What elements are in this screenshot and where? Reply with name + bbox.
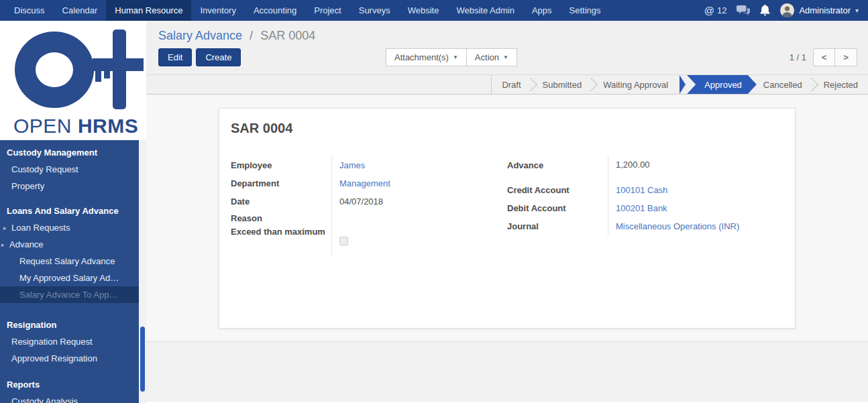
- department-label: Department: [231, 174, 331, 192]
- record-pager: 1 / 1 < >: [790, 48, 857, 66]
- chevron-down-icon: ▾: [855, 7, 859, 14]
- reason-label: Reason: [231, 211, 331, 226]
- debit-account-label: Debit Account: [507, 199, 608, 217]
- top-menu-website[interactable]: Website: [399, 0, 448, 21]
- sidebar-item-advance[interactable]: ▸ Advance: [0, 236, 139, 253]
- control-panel: Salary Advance / SAR 0004 Edit Create At…: [146, 21, 868, 74]
- notifications-bell-icon[interactable]: [760, 5, 770, 16]
- exceed-than-maximum-label: Exceed than maximum: [231, 226, 331, 255]
- sidebar-item-custody-request[interactable]: Custody Request: [0, 161, 139, 178]
- expand-caret-icon: ▸: [3, 225, 7, 231]
- status-submitted[interactable]: Submitted: [533, 75, 592, 94]
- breadcrumb-current: SAR 0004: [260, 29, 315, 42]
- status-rejected[interactable]: Rejected: [814, 75, 868, 94]
- top-navbar: Discuss Calendar Human Resource Inventor…: [0, 0, 868, 21]
- action-dropdown-button[interactable]: Action ▼: [467, 48, 517, 66]
- department-value[interactable]: Management: [331, 174, 507, 192]
- sidebar-item-request-salary-advance[interactable]: Request Salary Advance: [0, 253, 139, 270]
- mentions-counter[interactable]: @ 12: [704, 5, 727, 16]
- mention-count: 12: [717, 5, 726, 15]
- logo-text-open: OPEN: [13, 115, 72, 137]
- top-menu-calendar[interactable]: Calendar: [54, 0, 107, 21]
- sidebar-item-property[interactable]: Property: [0, 178, 139, 194]
- page-background: [146, 342, 868, 402]
- sidebar-item-label: Loan Requests: [11, 223, 70, 233]
- employee-label: Employee: [231, 156, 331, 174]
- edit-button[interactable]: Edit: [158, 48, 192, 66]
- credit-account-value[interactable]: 100101 Cash: [608, 181, 783, 199]
- status-cancelled[interactable]: Cancelled: [757, 75, 812, 94]
- sidebar-item-resignation-request[interactable]: Resignation Request: [0, 333, 139, 350]
- top-menu-discuss[interactable]: Discuss: [5, 0, 54, 21]
- avatar: [780, 3, 794, 17]
- openhrms-logo: OPEN HRMS: [0, 21, 146, 140]
- advance-label: Advance: [507, 156, 608, 181]
- logo-key-tooth-icon: [95, 71, 101, 82]
- logo-key-bar-icon: [113, 30, 126, 109]
- attachments-dropdown-button[interactable]: Attachment(s) ▼: [386, 48, 467, 66]
- user-menu[interactable]: Administrator ▾: [780, 3, 859, 17]
- debit-account-value[interactable]: 100201 Bank: [608, 199, 783, 217]
- top-menu-project[interactable]: Project: [305, 0, 349, 21]
- top-menu-accounting[interactable]: Accounting: [245, 0, 305, 21]
- top-menu-human-resource[interactable]: Human Resource: [106, 0, 191, 21]
- app-window: Discuss Calendar Human Resource Inventor…: [0, 0, 868, 403]
- logo-text-hrms: HRMS: [78, 115, 138, 137]
- sidebar-item-salary-advance-to-approve[interactable]: Salary Advance To App…: [0, 286, 139, 303]
- pager-counter: 1 / 1: [790, 52, 806, 62]
- journal-value[interactable]: Miscellaneous Operations (INR): [608, 217, 783, 235]
- section-reports: Reports: [0, 376, 139, 393]
- sidebar: OPEN HRMS Custody Management Custody Req…: [0, 21, 146, 403]
- section-resignation: Resignation: [0, 316, 139, 333]
- at-icon: @: [704, 5, 714, 16]
- expand-caret-icon: ▸: [1, 241, 5, 248]
- employee-value[interactable]: James: [331, 156, 507, 174]
- pager-next-button[interactable]: >: [835, 48, 857, 66]
- section-custody-management: Custody Management: [0, 144, 139, 161]
- sidebar-scrollbar-thumb[interactable]: [140, 327, 145, 392]
- record-sheet: SAR 0004 Employee James Department Manag…: [219, 108, 796, 329]
- field-group-right: Advance 1,200.00 Credit Account 100101 C…: [507, 156, 783, 255]
- field-group-left: Employee James Department Management Dat…: [231, 156, 507, 255]
- logo-ring-icon: [15, 32, 94, 108]
- pager-previous-button[interactable]: <: [813, 48, 835, 66]
- advance-value: 1,200.00: [608, 156, 783, 181]
- credit-account-label: Credit Account: [507, 181, 608, 199]
- user-name: Administrator: [799, 5, 851, 15]
- sidebar-item-label: Advance: [9, 239, 44, 249]
- status-approved[interactable]: Approved: [687, 75, 757, 94]
- create-button[interactable]: Create: [196, 48, 241, 66]
- journal-label: Journal: [507, 217, 608, 235]
- sidebar-menu: Custody Management Custody Request Prope…: [0, 140, 139, 403]
- caret-down-icon: ▼: [503, 49, 508, 66]
- top-menu-inventory[interactable]: Inventory: [191, 0, 244, 21]
- messages-icon[interactable]: [737, 5, 750, 16]
- record-title: SAR 0004: [231, 121, 783, 136]
- section-loans-and-salary-advance: Loans And Salary Advance: [0, 203, 139, 219]
- sidebar-item-loan-requests[interactable]: ▸ Loan Requests: [0, 219, 139, 236]
- breadcrumb-salary-advance-link[interactable]: Salary Advance: [158, 29, 242, 42]
- caret-down-icon: ▼: [453, 49, 458, 66]
- top-menu-website-admin[interactable]: Website Admin: [447, 0, 523, 21]
- reason-value: [331, 211, 507, 226]
- top-menu-settings[interactable]: Settings: [561, 0, 610, 21]
- attachments-label: Attachment(s): [394, 49, 449, 66]
- top-menu-apps[interactable]: Apps: [523, 0, 561, 21]
- status-waiting-approval[interactable]: Waiting Approval: [593, 75, 678, 94]
- top-menu-surveys[interactable]: Surveys: [350, 0, 399, 21]
- sidebar-item-approved-resignation[interactable]: Approved Resignation: [0, 350, 139, 367]
- breadcrumb-separator: /: [250, 29, 253, 42]
- logo-key-tooth-icon: [104, 71, 110, 78]
- status-chevron-icon: [680, 75, 686, 94]
- action-label: Action: [475, 49, 499, 66]
- sidebar-scrollbar-track[interactable]: [139, 140, 146, 403]
- sidebar-item-my-approved-salary-advance[interactable]: My Approved Salary Ad…: [0, 270, 139, 286]
- date-value: 04/07/2018: [331, 192, 507, 211]
- chevron-right-icon: >: [843, 52, 849, 62]
- sidebar-item-custody-analysis[interactable]: Custody Analysis: [0, 393, 139, 403]
- form-view: SAR 0004 Employee James Department Manag…: [146, 95, 868, 402]
- top-menu-list: Discuss Calendar Human Resource Inventor…: [5, 0, 610, 21]
- exceed-maximum-checkbox[interactable]: [339, 237, 348, 245]
- date-label: Date: [231, 192, 331, 211]
- exceed-than-maximum-value: [331, 226, 507, 255]
